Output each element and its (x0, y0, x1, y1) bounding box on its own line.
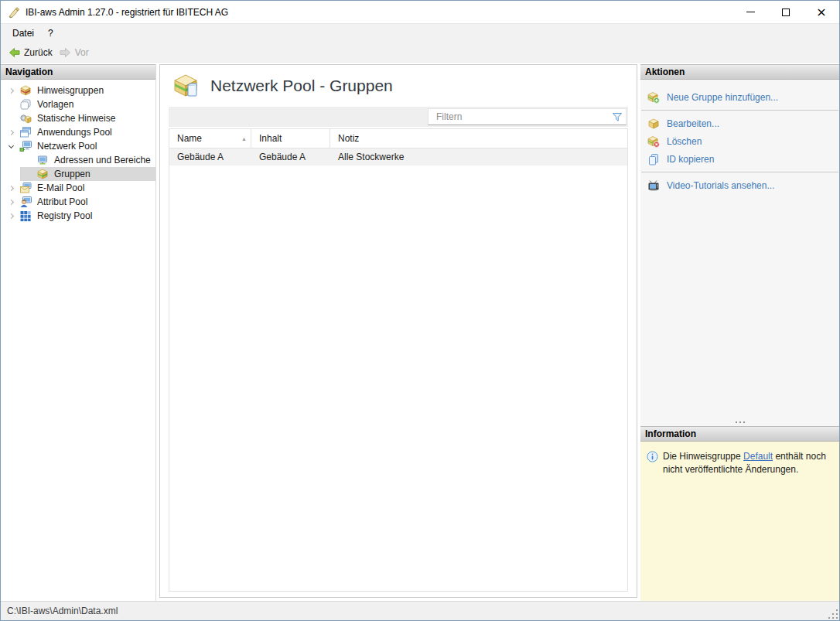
registry-pool-icon (19, 210, 32, 222)
navigation-header: Navigation (1, 64, 155, 80)
forward-button[interactable]: Vor (57, 45, 94, 60)
tv-icon (647, 179, 660, 192)
sidebar-item-label: Gruppen (54, 169, 90, 179)
resize-grip[interactable] (827, 608, 838, 619)
action-label: ID kopieren (667, 154, 714, 165)
cell-notiz: Alle Stockwerke (330, 152, 627, 162)
sidebar-item-anwendungs-pool[interactable]: Anwendungs Pool (1, 125, 155, 139)
sidebar-item-label: Adressen und Bereiche (54, 155, 151, 165)
forward-arrow-icon (59, 46, 72, 59)
actions-header: Aktionen (640, 64, 839, 80)
action-label: Neue Gruppe hinzufügen... (667, 92, 778, 103)
sidebar-item-label: Anwendungs Pool (37, 127, 112, 138)
package-delete-icon (647, 135, 660, 148)
sidebar-item-gruppen[interactable]: Gruppen (20, 167, 155, 181)
app-window: IBI-aws Admin 1.27.0 - registriert für I… (0, 0, 840, 621)
action-edit[interactable]: Bearbeiten... (640, 114, 839, 132)
expander-expanded-icon[interactable] (9, 142, 14, 148)
sidebar-item-label: Hinweisgruppen (37, 85, 104, 96)
action-label: Video-Tutorials ansehen... (667, 180, 774, 191)
sidebar-item-label: Statische Hinweise (37, 113, 115, 124)
sidebar-item-hinweisgruppen[interactable]: Hinweisgruppen (1, 84, 155, 97)
sidebar-item-label: Netzwerk Pool (37, 141, 97, 152)
window-title: IBI-aws Admin 1.27.0 - registriert für I… (26, 7, 228, 18)
table-row[interactable]: Gebäude A Gebäude A Alle Stockwerke (169, 148, 627, 165)
info-text-before: Die Hinweisgruppe (663, 451, 743, 462)
separator (641, 110, 838, 111)
network-group-package-icon (172, 73, 200, 97)
navigation-panel: Navigation Hinweisgruppen (1, 64, 156, 601)
column-header-notiz[interactable]: Notiz (330, 129, 627, 148)
panel-splitter[interactable] (640, 418, 839, 426)
package-edit-icon (647, 118, 660, 130)
sidebar-item-label: E-Mail Pool (37, 183, 84, 193)
group-table: Name ▲ Inhalt Notiz Gebäude A Gebäude A … (169, 128, 628, 592)
column-label: Name (177, 133, 202, 144)
content-body: Name ▲ Inhalt Notiz Gebäude A Gebäude A … (160, 107, 637, 597)
main-area: Navigation Hinweisgruppen (1, 63, 839, 601)
copy-icon (647, 153, 660, 165)
cell-name: Gebäude A (169, 152, 251, 162)
sidebar-item-statische-hinweise[interactable]: Statische Hinweise (1, 111, 155, 125)
cell-inhalt: Gebäude A (251, 152, 330, 162)
content-panel: Netzwerk Pool - Gruppen (159, 64, 637, 598)
menu-datei[interactable]: Datei (5, 25, 41, 42)
group-package-icon (36, 168, 49, 180)
close-icon: × (816, 9, 826, 16)
info-icon (647, 451, 658, 462)
action-delete[interactable]: Löschen (640, 132, 839, 150)
expander-collapsed-icon[interactable] (9, 129, 14, 135)
minimize-button[interactable] (732, 1, 768, 23)
table-header: Name ▲ Inhalt Notiz (169, 129, 627, 148)
filter-input[interactable] (429, 110, 609, 124)
back-button[interactable]: Zurück (6, 45, 57, 60)
close-button[interactable]: × (804, 1, 839, 23)
expander-collapsed-icon[interactable] (9, 199, 14, 204)
action-copy-id[interactable]: ID kopieren (640, 150, 839, 168)
expander-collapsed-icon[interactable] (9, 185, 14, 190)
package-add-icon (647, 91, 660, 104)
expander-collapsed-icon[interactable] (9, 87, 14, 93)
expander-collapsed-icon[interactable] (9, 213, 14, 218)
sidebar-item-registry-pool[interactable]: Registry Pool (1, 209, 155, 223)
content-header: Netzwerk Pool - Gruppen (160, 65, 637, 107)
app-icon (8, 6, 20, 19)
menu-help[interactable]: ? (41, 25, 60, 42)
filter-bar (169, 107, 628, 127)
default-link[interactable]: Default (743, 451, 773, 462)
back-label: Zurück (24, 47, 53, 58)
action-add-group[interactable]: Neue Gruppe hinzufügen... (640, 88, 839, 106)
maximize-button[interactable] (768, 1, 804, 23)
filter-input-wrapper (428, 108, 627, 125)
sidebar-item-vorlagen[interactable]: Vorlagen (1, 97, 155, 111)
sidebar-item-label: Registry Pool (37, 210, 92, 221)
attribute-pool-icon (19, 196, 32, 208)
application-pool-icon (19, 126, 32, 138)
sort-ascending-icon: ▲ (241, 136, 247, 142)
action-video-tutorials[interactable]: Video-Tutorials ansehen... (640, 176, 839, 194)
action-label: Bearbeiten... (667, 118, 719, 129)
forward-label: Vor (75, 47, 89, 58)
status-path: C:\IBI-aws\Admin\Data.xml (7, 606, 118, 616)
status-bar: C:\IBI-aws\Admin\Data.xml (1, 601, 839, 620)
actions-panel: Neue Gruppe hinzufügen... Bearbeiten... (640, 80, 839, 418)
filter-funnel-icon[interactable] (609, 111, 626, 123)
right-panel: Aktionen Neue Gruppe hinzufügen... (640, 64, 839, 601)
separator (641, 172, 838, 172)
sidebar-item-netzwerk-pool[interactable]: Netzwerk Pool (1, 139, 155, 153)
notice-groups-icon (19, 84, 32, 97)
network-pool-icon (19, 140, 32, 152)
sidebar-item-email-pool[interactable]: E-Mail Pool (1, 181, 155, 195)
sidebar-item-adressen-und-bereiche[interactable]: Adressen und Bereiche (20, 153, 155, 167)
sidebar-item-attribut-pool[interactable]: Attribut Pool (1, 195, 155, 209)
templates-icon (19, 98, 32, 111)
back-arrow-icon (8, 46, 21, 59)
column-header-name[interactable]: Name ▲ (169, 129, 251, 148)
toolbar: Zurück Vor (1, 43, 839, 63)
window-controls: × (732, 1, 839, 23)
column-header-inhalt[interactable]: Inhalt (251, 129, 330, 148)
page-title: Netzwerk Pool - Gruppen (210, 77, 393, 95)
information-header: Information (640, 426, 839, 442)
maximize-icon (782, 9, 790, 16)
action-label: Löschen (667, 136, 702, 147)
